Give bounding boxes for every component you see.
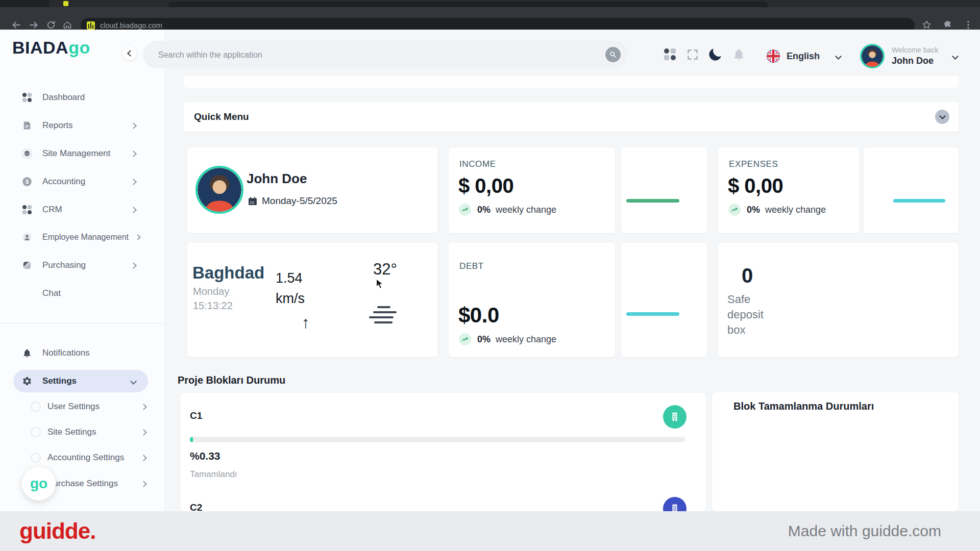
chevron-right-icon xyxy=(130,207,137,213)
browser-tab[interactable] xyxy=(0,0,49,7)
mouse-cursor xyxy=(376,279,386,292)
quick-menu-bar: Quick Menu xyxy=(184,102,959,132)
sidebar-item-notifications[interactable]: Notifications xyxy=(21,345,136,361)
project-blocks-card: C1 %0.33 Tamamlandı C2 xyxy=(180,393,706,511)
sidebar-collapse-button[interactable] xyxy=(122,46,137,60)
circle-icon xyxy=(31,402,41,412)
income-change: 0% xyxy=(477,205,491,215)
extensions-puzzle-icon[interactable] xyxy=(943,20,953,30)
guidde-footer: guidde. Made with guidde.com xyxy=(0,511,980,551)
sidebar-item-user-settings[interactable]: User Settings xyxy=(31,399,146,414)
expenses-change: 0% xyxy=(747,205,760,215)
sidebar-item-employee-management[interactable]: Employee Management xyxy=(21,230,140,245)
user-menu[interactable]: Welcome back John Doe xyxy=(860,44,958,68)
bookmark-star-icon[interactable] xyxy=(922,20,932,30)
forward-icon[interactable] xyxy=(29,20,39,30)
back-icon[interactable] xyxy=(11,20,21,30)
chevron-right-icon xyxy=(140,455,147,461)
trend-up-icon xyxy=(728,204,741,216)
sidebar-item-accounting[interactable]: $ Accounting xyxy=(21,174,136,189)
chevron-right-icon xyxy=(130,122,137,129)
safe-deposit-card: 0 Safe deposit box xyxy=(718,243,959,357)
browser-menu-icon[interactable] xyxy=(967,20,970,30)
card-date: Monday-5/5/2025 xyxy=(262,195,337,207)
sidebar-item-site-settings[interactable]: Site Settings xyxy=(31,424,146,440)
wind-speed-unit: km/s xyxy=(276,291,305,307)
search-bar xyxy=(143,41,628,68)
home-icon[interactable] xyxy=(62,20,72,30)
chevron-left-icon xyxy=(127,50,134,57)
trend-up-icon xyxy=(459,204,471,216)
safe-deposit-label: Safe deposit box xyxy=(727,292,772,338)
block-completion-panel: Blok Tamamlanma Durumları xyxy=(712,392,959,511)
quick-menu-title: Quick Menu xyxy=(194,111,249,122)
income-value: $ 0,00 xyxy=(458,174,513,197)
projects-section-title: Proje Blokları Durumu xyxy=(178,374,285,386)
svg-text:$: $ xyxy=(26,179,29,185)
avatar xyxy=(195,166,243,214)
sidebar-item-crm[interactable]: CRM xyxy=(21,202,136,217)
building-button[interactable] xyxy=(663,497,687,511)
sidebar-item-purchasing[interactable]: Purchasing xyxy=(21,258,136,273)
wind-speed-value: 1.54 xyxy=(276,270,303,286)
language-selector[interactable]: English xyxy=(766,49,841,63)
grid-icon xyxy=(21,204,33,215)
weather-time: 15:13:22 xyxy=(193,300,233,312)
no-icon xyxy=(21,288,33,299)
trend-up-icon xyxy=(459,333,471,345)
chevron-down-icon xyxy=(835,53,842,60)
sidebar-item-site-management[interactable]: Site Management xyxy=(21,146,136,161)
sidebar-item-reports[interactable]: Reports xyxy=(21,118,136,133)
browser-tab-strip xyxy=(0,0,980,7)
user-name: John Doe xyxy=(892,56,939,66)
block-completion-title: Blok Tamamlanma Durumları xyxy=(733,400,874,412)
block-name: C2 xyxy=(190,502,202,511)
fullscreen-icon[interactable] xyxy=(686,48,699,63)
block-progress-bar xyxy=(190,437,685,442)
sidebar-item-dashboard[interactable]: Dashboard xyxy=(21,90,136,105)
weather-day: Monday xyxy=(193,286,229,297)
income-label: INCOME xyxy=(459,159,496,169)
browser-active-tab[interactable] xyxy=(168,2,768,7)
income-change-text: weekly change xyxy=(496,205,556,215)
search-icon[interactable] xyxy=(605,47,621,62)
income-sparkline-card xyxy=(621,147,707,233)
debt-value: $0.0 xyxy=(458,303,499,328)
notifications-bell-icon[interactable] xyxy=(732,47,746,63)
wind-direction-arrow-icon: ↑ xyxy=(302,313,310,332)
screen: cloud.biadago.com BIADAgo English xyxy=(0,0,980,551)
search-input[interactable] xyxy=(157,48,588,62)
block-status: Tamamlandı xyxy=(190,469,237,480)
block-percent: %0.33 xyxy=(190,450,220,462)
browser-toolbar: cloud.biadago.com xyxy=(0,7,980,30)
weather-temperature: 32° xyxy=(373,260,397,279)
uk-flag-icon xyxy=(766,49,780,63)
reload-icon[interactable] xyxy=(46,20,56,30)
circle-icon xyxy=(31,427,41,437)
calendar-icon xyxy=(248,196,258,206)
guidde-floating-button[interactable]: go xyxy=(22,467,56,500)
chevron-right-icon xyxy=(140,481,147,487)
expenses-sparkline xyxy=(893,199,945,203)
sidebar-item-settings[interactable]: Settings xyxy=(21,373,136,389)
chevron-right-icon xyxy=(130,262,137,269)
person-icon xyxy=(21,232,33,243)
chevron-right-icon xyxy=(130,179,137,185)
chevron-down-icon xyxy=(130,378,137,385)
debt-change: 0% xyxy=(477,334,491,345)
sidebar-item-accounting-settings[interactable]: Accounting Settings xyxy=(31,450,146,465)
url-text: cloud.biadago.com xyxy=(100,21,162,30)
building-button[interactable] xyxy=(663,405,687,429)
quick-menu-expand-button[interactable] xyxy=(935,110,949,124)
expenses-change-text: weekly change xyxy=(765,205,826,215)
guidde-logo: guidde. xyxy=(19,518,95,544)
apps-grid-icon[interactable] xyxy=(664,48,676,60)
language-label: English xyxy=(787,51,820,62)
chevron-down-icon xyxy=(952,53,959,60)
sidebar-divider xyxy=(0,323,164,323)
sidebar-item-chat[interactable]: Chat xyxy=(21,286,136,301)
dark-mode-moon-icon[interactable] xyxy=(707,46,723,64)
debt-sparkline xyxy=(626,312,679,316)
app-logo[interactable]: BIADAgo xyxy=(12,38,90,58)
pen-icon xyxy=(21,260,33,271)
